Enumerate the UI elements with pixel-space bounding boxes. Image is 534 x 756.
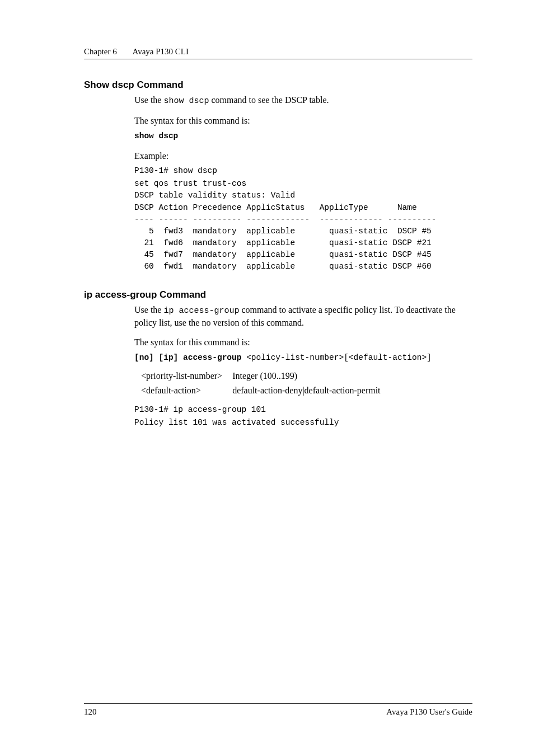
section-heading-ip-access-group: ip access-group Command <box>84 289 472 300</box>
show-dscp-example-output: set qos trust trust-cos DSCP table valid… <box>134 178 472 272</box>
show-dscp-example-cmdline: P130-1# show dscp <box>134 165 472 177</box>
show-dscp-intro: Use the show dscp command to see the DSC… <box>134 94 472 107</box>
ip-access-group-example-cmdline: P130-1# ip access-group 101 <box>134 404 472 416</box>
ip-access-group-syntax-bold: [no] [ip] access-group <box>134 353 241 362</box>
ip-access-group-syntax-label: The syntax for this command is: <box>134 336 472 349</box>
param-name: <priority-list-number> <box>141 369 231 383</box>
ip-access-group-param-table: <priority-list-number> Integer (100..199… <box>140 368 391 398</box>
show-dscp-intro-post: command to see the DSCP table. <box>209 95 329 105</box>
running-head: Chapter 6 Avaya P130 CLI <box>84 47 472 64</box>
param-name: <default-action> <box>141 384 231 397</box>
page: Chapter 6 Avaya P130 CLI Show dscp Comma… <box>0 0 534 756</box>
ip-access-group-intro-cmd: ip access-group <box>163 306 239 316</box>
ip-access-group-syntax-line: [no] [ip] access-group <policy-list-numb… <box>134 352 472 364</box>
param-row: <priority-list-number> Integer (100..199… <box>141 369 390 383</box>
ip-access-group-example-output: Policy list 101 was activated successful… <box>134 417 472 429</box>
ip-access-group-intro: Use the ip access-group command to activ… <box>134 304 472 329</box>
param-desc: Integer (100..199) <box>232 369 389 383</box>
param-desc: default-action-deny|default-action-permi… <box>232 384 389 397</box>
show-dscp-syntax-label: The syntax for this command is: <box>134 115 472 127</box>
footer-page-number: 120 <box>84 707 97 717</box>
show-dscp-syntax-cmd: show dscp <box>134 130 472 142</box>
ip-access-group-intro-pre: Use the <box>134 305 163 314</box>
footer-guide-title: Avaya P130 User's Guide <box>386 707 472 717</box>
param-row: <default-action> default-action-deny|def… <box>141 384 390 397</box>
page-footer: 120 Avaya P130 User's Guide <box>84 703 472 717</box>
show-dscp-intro-pre: Use the <box>134 95 163 105</box>
ip-access-group-syntax-rest: <policy-list-number>[<default-action>] <box>241 353 431 362</box>
section-heading-show-dscp: Show dscp Command <box>84 79 472 91</box>
header-chapter: Chapter 6 <box>84 47 117 56</box>
show-dscp-intro-cmd: show dscp <box>163 96 209 106</box>
header-title: Avaya P130 CLI <box>132 47 189 56</box>
show-dscp-example-label: Example: <box>134 150 472 162</box>
header-rule <box>84 59 472 59</box>
